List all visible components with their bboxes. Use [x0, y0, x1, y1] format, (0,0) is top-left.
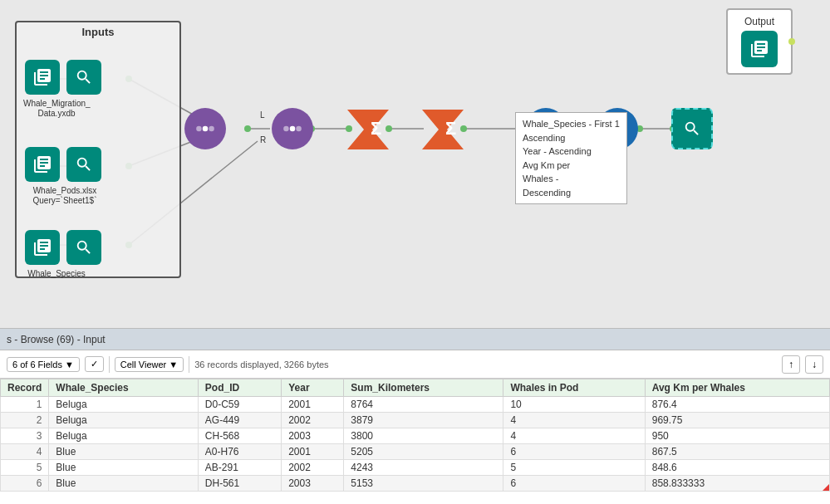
cell-r5-c4: 4243 — [344, 460, 503, 476]
sort-tooltip-line3: Year - Ascending — [523, 144, 620, 159]
cell-r3-c0: 3 — [1, 428, 49, 444]
cell-viewer-dropdown-icon: ▼ — [169, 360, 178, 369]
cell-r5-c1: Blue — [49, 460, 198, 476]
cell-r3-c1: Beluga — [49, 428, 198, 444]
sort-tooltip-line1: Whale_Species - First 1 — [523, 117, 620, 131]
bottom-panel: s - Browse (69) - Input 6 of 6 Fields ▼ … — [0, 328, 830, 504]
cell-r2-c5: 4 — [503, 413, 645, 428]
cell-r1-c0: 1 — [1, 397, 49, 413]
svg-text:L: L — [260, 110, 265, 120]
svg-marker-39 — [422, 110, 464, 149]
cell-r3-c3: 2003 — [282, 428, 344, 444]
svg-point-36 — [296, 126, 302, 132]
table-row: 2BelugaAG-449200238794969.75 — [1, 413, 830, 428]
cell-r4-c4: 5205 — [344, 444, 503, 460]
arrow-up-button[interactable]: ↑ — [782, 355, 800, 374]
cell-r5-c2: AB-291 — [198, 460, 281, 476]
toolbar-divider-2 — [189, 356, 189, 373]
cell-r2-c1: Beluga — [49, 413, 198, 428]
table-row: 5BlueAB-291200242435848.6 — [1, 460, 830, 476]
output-box: Output — [726, 8, 793, 75]
fields-label: 6 of 6 Fields — [12, 360, 62, 369]
toolbar-divider-1 — [109, 356, 110, 373]
svg-text:R: R — [260, 135, 266, 144]
book-node-2[interactable] — [25, 147, 60, 182]
svg-point-33 — [209, 126, 214, 132]
cell-r3-c4: 3800 — [344, 428, 503, 444]
book-node-1[interactable] — [25, 60, 60, 95]
book-node-3[interactable] — [25, 230, 60, 265]
cell-r3-c6: 950 — [645, 428, 829, 444]
cell-r4-c3: 2001 — [282, 444, 344, 460]
cell-r1-c2: D0-C59 — [198, 397, 281, 413]
col-header-sum-km: Sum_Kilometers — [344, 379, 503, 397]
cell-r4-c6: 867.5 — [645, 444, 829, 460]
fields-dropdown-icon: ▼ — [65, 360, 74, 369]
workflow-canvas: L R L R Inputs Whale_Migrat — [0, 0, 830, 328]
data-table: Record Whale_Species Pod_ID Year Sum_Kil… — [0, 379, 830, 492]
cell-viewer-button[interactable]: Cell Viewer ▼ — [115, 357, 184, 372]
cell-r6-c3: 2003 — [282, 476, 344, 492]
table-row: 3BelugaCH-568200338004950 — [1, 428, 830, 444]
col-header-pod-id: Pod_ID — [198, 379, 281, 397]
svg-marker-37 — [347, 110, 389, 149]
cell-r1-c6: 876.4 — [645, 397, 829, 413]
cell-r2-c3: 2002 — [282, 413, 344, 428]
cell-r4-c5: 6 — [503, 444, 645, 460]
cell-r4-c0: 4 — [1, 444, 49, 460]
fields-button[interactable]: 6 of 6 Fields ▼ — [7, 357, 80, 372]
summarize-node-2[interactable]: Σ — [422, 110, 464, 152]
join-node-1[interactable] — [184, 108, 226, 149]
svg-point-32 — [196, 126, 202, 132]
cell-r2-c2: AG-449 — [198, 413, 281, 428]
book3-label: Whale_Species — [23, 269, 90, 279]
cell-r6-c6: 858.833333 — [645, 476, 829, 492]
cell-r1-c5: 10 — [503, 397, 645, 413]
output-connector-dot — [788, 38, 795, 45]
col-header-record: Record — [1, 379, 49, 397]
join-node-2[interactable] — [272, 108, 313, 149]
cell-r6-c0: 6 — [1, 476, 49, 492]
data-table-container[interactable]: Record Whale_Species Pod_ID Year Sum_Kil… — [0, 379, 830, 492]
sort-tooltip-line4: Avg Km per — [523, 159, 620, 173]
cell-viewer-label: Cell Viewer — [120, 360, 166, 369]
cell-r4-c2: A0-H76 — [198, 444, 281, 460]
records-info: 36 records displayed, 3266 bytes — [194, 360, 328, 369]
arrow-down-button[interactable]: ↓ — [805, 355, 823, 374]
cell-r5-c0: 5 — [1, 460, 49, 476]
cell-r6-c1: Blue — [49, 476, 198, 492]
book1-label: Whale_Migration_Data.yxdb — [23, 99, 90, 119]
svg-point-22 — [244, 125, 251, 132]
output-icon[interactable] — [741, 31, 778, 67]
summarize-node-1[interactable]: Σ — [347, 110, 389, 152]
sort-tooltip-line5: Whales - — [523, 172, 620, 186]
inputs-title: Inputs — [17, 22, 179, 42]
cell-r6-c2: DH-561 — [198, 476, 281, 492]
cell-r6-c5: 6 — [503, 476, 645, 492]
table-row: 1BelugaD0-C592001876410876.4 — [1, 397, 830, 413]
cell-r3-c5: 4 — [503, 428, 645, 444]
cell-r4-c1: Blue — [49, 444, 198, 460]
col-header-year: Year — [282, 379, 344, 397]
inputs-container: Inputs Whale_Migration_Data.yxdb Whale_P… — [15, 21, 181, 278]
output-label: Output — [744, 16, 774, 27]
svg-text:Σ: Σ — [445, 118, 456, 139]
browse-node-3[interactable] — [66, 230, 101, 265]
col-header-whale-species: Whale_Species — [49, 379, 198, 397]
browse-output-node[interactable] — [671, 108, 713, 149]
svg-text:Σ: Σ — [371, 118, 381, 139]
checkmark-button[interactable]: ✓ — [85, 356, 104, 372]
cell-r1-c3: 2001 — [282, 397, 344, 413]
browse-node-1[interactable] — [66, 60, 101, 95]
sort-tooltip-line2: Ascending — [523, 131, 620, 145]
sort-tooltip-line6: Descending — [523, 186, 620, 200]
svg-point-34 — [290, 126, 296, 132]
cell-r5-c3: 2002 — [282, 460, 344, 476]
svg-point-35 — [283, 126, 289, 132]
svg-point-31 — [203, 126, 209, 132]
browse-node-2[interactable] — [66, 147, 101, 182]
tab-bar: s - Browse (69) - Input — [0, 329, 830, 350]
cell-r2-c6: 969.75 — [645, 413, 829, 428]
table-header-row: Record Whale_Species Pod_ID Year Sum_Kil… — [1, 379, 830, 397]
book2-label: Whale_Pods.xlsxQuery=`Sheet1$` — [23, 186, 106, 206]
